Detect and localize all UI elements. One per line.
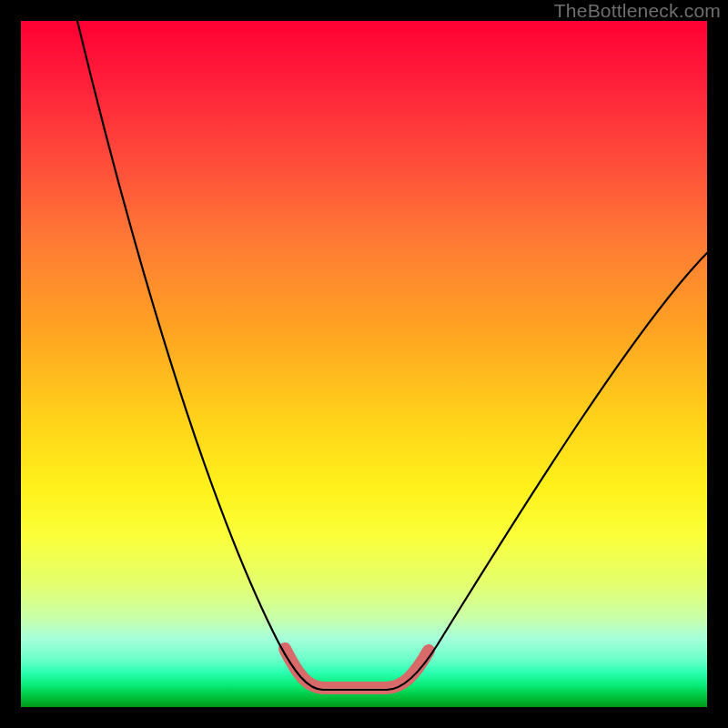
chart-frame: TheBottleneck.com (0, 0, 728, 728)
watermark-text: TheBottleneck.com (554, 0, 721, 22)
main-curve (77, 21, 707, 690)
plot-svg (21, 21, 707, 707)
plot-area (21, 21, 707, 707)
